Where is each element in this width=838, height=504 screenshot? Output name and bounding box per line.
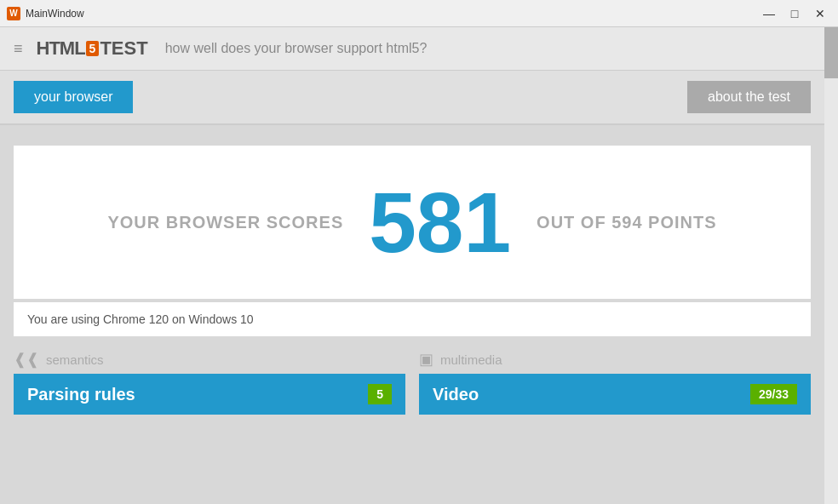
tagline: how well does your browser support html5… xyxy=(165,41,428,56)
header: ≡ HTML 5 TEST how well does your browser… xyxy=(0,27,824,71)
semantics-bar-score: 5 xyxy=(368,384,392,404)
semantics-bar[interactable]: Parsing rules 5 xyxy=(14,374,405,415)
score-label-left: YOUR BROWSER SCORES xyxy=(107,213,343,232)
semantics-bar-label: Parsing rules xyxy=(27,385,135,404)
multimedia-label: multimedia xyxy=(440,352,502,367)
close-button[interactable]: ✕ xyxy=(809,5,831,22)
window-title: MainWindow xyxy=(26,8,84,20)
category-semantics-header: ❰❰ semantics xyxy=(14,350,405,369)
score-card: YOUR BROWSER SCORES 581 OUT OF 594 POINT… xyxy=(14,146,811,299)
html5-badge: 5 xyxy=(86,41,100,56)
multimedia-bar-score: 29/33 xyxy=(750,384,797,404)
scroll-thumb[interactable] xyxy=(824,27,838,78)
semantics-icon: ❰❰ xyxy=(14,350,39,369)
multimedia-bar[interactable]: Video 29/33 xyxy=(419,374,811,415)
category-multimedia: ▣ multimedia Video 29/33 xyxy=(419,350,811,415)
category-multimedia-header: ▣ multimedia xyxy=(419,350,811,369)
browser-info-text: You are using Chrome 120 on Windows 10 xyxy=(27,312,254,326)
score-number: 581 xyxy=(369,180,511,265)
score-label-right: OUT OF 594 POINTS xyxy=(537,213,716,232)
nav-area: your browser about the test xyxy=(0,71,824,125)
html-label: HTML xyxy=(37,37,85,60)
app-icon: W xyxy=(7,7,20,20)
about-test-button[interactable]: about the test xyxy=(687,81,811,113)
test-label: TEST xyxy=(100,37,147,60)
multimedia-bar-label: Video xyxy=(433,385,479,404)
minimize-button[interactable]: — xyxy=(758,5,780,22)
category-semantics: ❰❰ semantics Parsing rules 5 xyxy=(14,350,405,415)
main-content: ≡ HTML 5 TEST how well does your browser… xyxy=(0,27,838,504)
window-controls: — □ ✕ xyxy=(758,5,831,22)
multimedia-icon: ▣ xyxy=(419,350,433,369)
browser-info: You are using Chrome 120 on Windows 10 xyxy=(14,302,811,336)
semantics-label: semantics xyxy=(46,352,104,367)
categories: ❰❰ semantics Parsing rules 5 ▣ multimedi… xyxy=(14,350,811,415)
title-bar-left: W MainWindow xyxy=(7,7,84,20)
html5-logo: HTML 5 TEST xyxy=(37,37,148,60)
maximize-button[interactable]: □ xyxy=(783,5,806,22)
hamburger-icon[interactable]: ≡ xyxy=(14,40,23,58)
your-browser-button[interactable]: your browser xyxy=(14,81,133,113)
scrollbar[interactable] xyxy=(824,27,838,504)
title-bar: W MainWindow — □ ✕ xyxy=(0,0,838,27)
content-area: YOUR BROWSER SCORES 581 OUT OF 594 POINT… xyxy=(0,125,824,428)
